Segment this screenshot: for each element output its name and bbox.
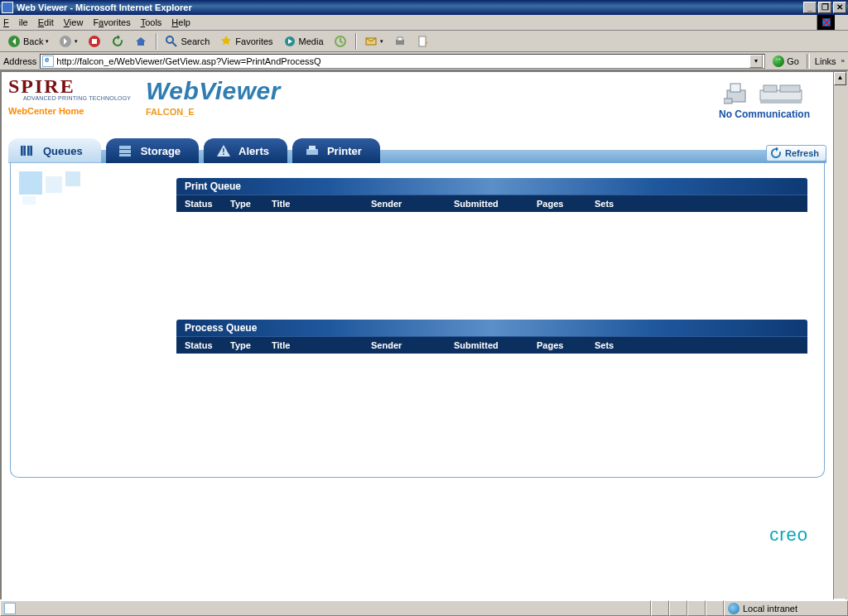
col-sender[interactable]: Sender: [371, 199, 454, 209]
chevron-down-icon[interactable]: ▾: [380, 38, 383, 45]
chevron-down-icon[interactable]: ▾: [75, 38, 78, 45]
home-button[interactable]: [130, 32, 152, 51]
menu-bar: File Edit View Favorites Tools Help: [0, 15, 848, 31]
home-icon: [134, 35, 147, 48]
svg-point-5: [166, 36, 173, 43]
svg-rect-11: [419, 36, 426, 46]
col-status[interactable]: Status: [185, 340, 230, 350]
svg-rect-13: [730, 84, 740, 92]
status-slot: [687, 600, 706, 616]
edit-icon: [417, 35, 430, 48]
ie-throbber-icon: [817, 15, 835, 30]
close-button[interactable]: ✕: [833, 2, 846, 13]
col-type[interactable]: Type: [230, 199, 272, 209]
page-icon: [42, 55, 54, 67]
favorites-button[interactable]: Favorites: [215, 32, 277, 51]
scroll-up-button[interactable]: ▲: [834, 72, 846, 85]
print-queue-title: Print Queue: [176, 178, 807, 195]
svg-rect-10: [398, 37, 402, 41]
menu-favorites[interactable]: Favorites: [93, 17, 130, 27]
col-sets[interactable]: Sets: [595, 199, 636, 209]
back-button[interactable]: Back ▾: [3, 32, 53, 51]
history-icon: [334, 35, 347, 48]
menu-edit[interactable]: Edit: [38, 17, 54, 27]
tab-printer[interactable]: Printer: [292, 138, 380, 163]
tab-queues[interactable]: Queues: [8, 138, 101, 163]
forward-button[interactable]: ▾: [55, 32, 82, 51]
col-submitted[interactable]: Submitted: [454, 199, 537, 209]
menu-help[interactable]: Help: [171, 17, 190, 27]
menu-tools[interactable]: Tools: [141, 17, 162, 27]
storage-icon: [118, 144, 134, 157]
address-dropdown[interactable]: ▾: [749, 55, 763, 68]
media-icon: [283, 35, 296, 48]
col-pages[interactable]: Pages: [537, 340, 595, 350]
process-queue-title: Process Queue: [176, 320, 807, 336]
window-title: Web Viewer - Microsoft Internet Explorer: [17, 2, 192, 12]
status-slot: [669, 600, 687, 616]
stop-icon: [88, 35, 101, 48]
print-button[interactable]: [389, 32, 411, 51]
print-queue-header: Status Type Title Sender Submitted Pages…: [176, 195, 807, 212]
col-submitted[interactable]: Submitted: [454, 340, 537, 350]
links-label[interactable]: Links: [813, 56, 838, 66]
address-input[interactable]: [56, 56, 749, 66]
creo-logo: creo: [769, 524, 808, 546]
vertical-scrollbar[interactable]: ▲ ▼: [833, 72, 846, 612]
security-zone: Local intranet: [724, 600, 848, 616]
toolbar-grip[interactable]: [807, 54, 810, 69]
chevron-down-icon[interactable]: ▾: [46, 38, 49, 45]
go-button[interactable]: Go: [768, 55, 803, 68]
search-icon: [165, 35, 178, 48]
refresh-button[interactable]: [107, 32, 128, 51]
stop-button[interactable]: [84, 32, 105, 51]
back-icon: [7, 35, 21, 48]
ie-icon: [2, 2, 13, 13]
tab-storage[interactable]: Storage: [106, 138, 199, 163]
edit-page-button[interactable]: [412, 32, 434, 51]
forward-icon: [59, 35, 72, 48]
address-bar: Address ▾ Go Links »: [0, 52, 848, 70]
zone-icon: [728, 603, 740, 614]
process-queue-block: Process Queue Status Type Title Sender S…: [176, 320, 807, 354]
col-title[interactable]: Title: [272, 340, 371, 350]
col-title[interactable]: Title: [272, 199, 371, 209]
search-button[interactable]: Search: [161, 32, 214, 51]
content-area: SPIRE ADVANCED PRINTING TECHNOLOGY WebCe…: [0, 70, 848, 614]
col-type[interactable]: Type: [230, 340, 272, 350]
brand-logo: SPIRE: [8, 77, 141, 95]
col-status[interactable]: Status: [185, 199, 230, 209]
star-icon: [219, 35, 233, 48]
chevron-right-icon[interactable]: »: [841, 57, 845, 65]
panel-decor: [11, 163, 176, 477]
comm-status: No Communication: [702, 108, 826, 120]
tab-alerts[interactable]: ! Alerts: [204, 138, 287, 163]
media-button[interactable]: Media: [279, 32, 328, 51]
queues-icon: [20, 144, 36, 157]
browser-toolbar: Back ▾ ▾ Search Favorites Media ▾: [0, 31, 848, 52]
window-titlebar: Web Viewer - Microsoft Internet Explorer…: [0, 0, 848, 15]
print-icon: [393, 35, 407, 48]
col-sets[interactable]: Sets: [595, 340, 636, 350]
mail-icon: [364, 35, 378, 48]
svg-text:!: !: [222, 147, 224, 156]
menu-file[interactable]: File: [3, 17, 28, 27]
address-label: Address: [3, 56, 36, 66]
print-queue-block: Print Queue Status Type Title Sender Sub…: [176, 178, 807, 212]
mail-button[interactable]: ▾: [360, 32, 388, 51]
minimize-button[interactable]: _: [803, 2, 817, 13]
address-box[interactable]: ▾: [40, 54, 765, 69]
page-icon: [4, 603, 16, 614]
menu-view[interactable]: View: [64, 17, 84, 27]
maximize-button[interactable]: ❐: [818, 2, 831, 13]
svg-rect-26: [309, 146, 316, 150]
webcenter-home-link[interactable]: WebCenter Home: [8, 106, 141, 116]
refresh-icon: [111, 35, 124, 48]
app-header: SPIRE ADVANCED PRINTING TECHNOLOGY WebCe…: [2, 72, 833, 130]
col-pages[interactable]: Pages: [537, 199, 595, 209]
col-sender[interactable]: Sender: [371, 340, 454, 350]
history-button[interactable]: [330, 32, 351, 51]
brand-tagline: ADVANCED PRINTING TECHNOLOGY: [8, 95, 141, 101]
refresh-page-button[interactable]: Refresh: [766, 145, 826, 161]
status-slot: [706, 600, 724, 616]
